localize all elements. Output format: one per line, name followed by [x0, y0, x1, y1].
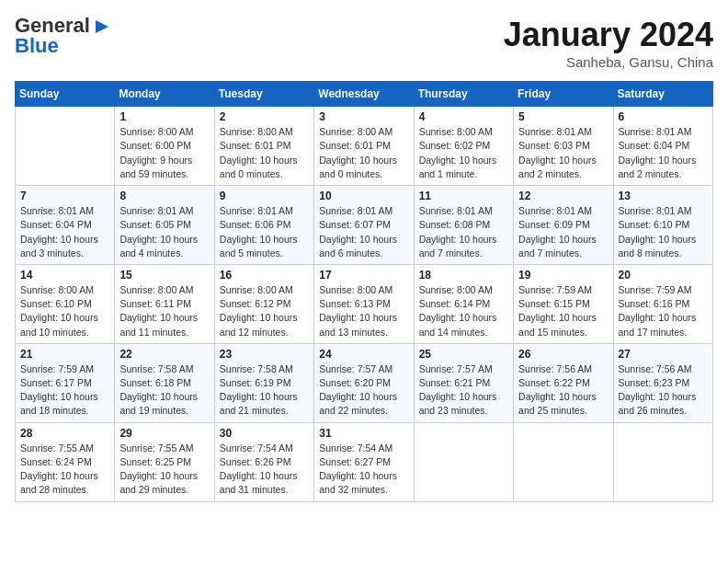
day-info: Sunrise: 8:00 AM Sunset: 6:10 PM Dayligh… — [20, 283, 109, 339]
page-header: General Blue January 2024 Sanheba, Gansu… — [15, 15, 713, 70]
day-info: Sunrise: 8:01 AM Sunset: 6:10 PM Dayligh… — [619, 204, 708, 260]
day-cell: 13Sunrise: 8:01 AM Sunset: 6:10 PM Dayli… — [613, 186, 712, 265]
day-cell: 22Sunrise: 7:58 AM Sunset: 6:18 PM Dayli… — [115, 343, 214, 422]
svg-marker-0 — [96, 20, 108, 33]
day-cell: 5Sunrise: 8:01 AM Sunset: 6:03 PM Daylig… — [514, 107, 613, 186]
day-cell: 25Sunrise: 7:57 AM Sunset: 6:21 PM Dayli… — [414, 343, 513, 422]
day-cell — [16, 107, 115, 186]
day-cell: 2Sunrise: 8:00 AM Sunset: 6:01 PM Daylig… — [214, 107, 313, 186]
day-number: 14 — [20, 269, 109, 282]
week-row-3: 14Sunrise: 8:00 AM Sunset: 6:10 PM Dayli… — [16, 264, 713, 343]
day-cell: 1Sunrise: 8:00 AM Sunset: 6:00 PM Daylig… — [115, 107, 214, 186]
day-info: Sunrise: 7:57 AM Sunset: 6:20 PM Dayligh… — [319, 362, 408, 419]
day-info: Sunrise: 7:55 AM Sunset: 6:25 PM Dayligh… — [119, 442, 209, 498]
week-row-2: 7Sunrise: 8:01 AM Sunset: 6:04 PM Daylig… — [16, 186, 713, 265]
day-info: Sunrise: 7:59 AM Sunset: 6:16 PM Dayligh… — [619, 283, 708, 339]
day-number: 6 — [619, 110, 708, 123]
day-cell — [414, 422, 513, 501]
day-info: Sunrise: 7:55 AM Sunset: 6:24 PM Dayligh… — [20, 442, 109, 498]
day-cell: 24Sunrise: 7:57 AM Sunset: 6:20 PM Dayli… — [314, 343, 414, 422]
day-cell: 18Sunrise: 8:00 AM Sunset: 6:14 PM Dayli… — [414, 264, 513, 343]
day-number: 15 — [119, 269, 209, 282]
day-info: Sunrise: 8:00 AM Sunset: 6:14 PM Dayligh… — [419, 283, 508, 339]
day-number: 1 — [119, 110, 209, 123]
day-number: 19 — [518, 269, 608, 282]
day-cell: 7Sunrise: 8:01 AM Sunset: 6:04 PM Daylig… — [16, 186, 115, 265]
day-info: Sunrise: 7:59 AM Sunset: 6:17 PM Dayligh… — [20, 362, 109, 419]
day-number: 2 — [220, 110, 309, 123]
day-info: Sunrise: 8:00 AM Sunset: 6:02 PM Dayligh… — [419, 125, 508, 181]
header-row: SundayMondayTuesdayWednesdayThursdayFrid… — [16, 82, 713, 107]
calendar-table: SundayMondayTuesdayWednesdayThursdayFrid… — [15, 81, 713, 501]
day-number: 7 — [20, 190, 109, 202]
day-info: Sunrise: 8:00 AM Sunset: 6:01 PM Dayligh… — [319, 125, 408, 181]
day-number: 5 — [518, 110, 608, 123]
day-cell: 27Sunrise: 7:56 AM Sunset: 6:23 PM Dayli… — [613, 343, 712, 422]
day-info: Sunrise: 8:01 AM Sunset: 6:07 PM Dayligh… — [319, 204, 408, 260]
day-cell: 3Sunrise: 8:00 AM Sunset: 6:01 PM Daylig… — [314, 107, 414, 186]
day-number: 12 — [518, 190, 608, 202]
day-cell: 8Sunrise: 8:01 AM Sunset: 6:05 PM Daylig… — [115, 186, 214, 265]
day-cell: 21Sunrise: 7:59 AM Sunset: 6:17 PM Dayli… — [16, 343, 115, 422]
day-cell: 12Sunrise: 8:01 AM Sunset: 6:09 PM Dayli… — [514, 186, 613, 265]
day-number: 17 — [319, 269, 408, 282]
day-cell — [613, 422, 712, 501]
day-number: 23 — [220, 348, 309, 361]
day-number: 25 — [419, 348, 508, 361]
day-info: Sunrise: 8:01 AM Sunset: 6:09 PM Dayligh… — [518, 204, 608, 260]
day-info: Sunrise: 7:58 AM Sunset: 6:18 PM Dayligh… — [119, 362, 209, 419]
title-area: January 2024 Sanheba, Gansu, China — [504, 15, 713, 70]
day-number: 4 — [419, 110, 508, 123]
day-number: 30 — [220, 427, 309, 440]
header-monday: Monday — [115, 82, 214, 107]
day-info: Sunrise: 8:01 AM Sunset: 6:03 PM Dayligh… — [518, 125, 608, 181]
day-cell — [514, 422, 613, 501]
day-cell: 29Sunrise: 7:55 AM Sunset: 6:25 PM Dayli… — [115, 422, 214, 501]
header-saturday: Saturday — [613, 82, 712, 107]
logo-blue: Blue — [15, 35, 59, 57]
day-cell: 17Sunrise: 8:00 AM Sunset: 6:13 PM Dayli… — [314, 264, 414, 343]
day-info: Sunrise: 8:00 AM Sunset: 6:00 PM Dayligh… — [119, 125, 209, 181]
day-number: 24 — [319, 348, 408, 361]
week-row-4: 21Sunrise: 7:59 AM Sunset: 6:17 PM Dayli… — [16, 343, 713, 422]
day-cell: 11Sunrise: 8:01 AM Sunset: 6:08 PM Dayli… — [414, 186, 513, 265]
day-cell: 6Sunrise: 8:01 AM Sunset: 6:04 PM Daylig… — [613, 107, 712, 186]
day-cell: 4Sunrise: 8:00 AM Sunset: 6:02 PM Daylig… — [414, 107, 513, 186]
day-info: Sunrise: 8:01 AM Sunset: 6:08 PM Dayligh… — [419, 204, 508, 260]
day-number: 21 — [20, 348, 109, 361]
day-info: Sunrise: 7:58 AM Sunset: 6:19 PM Dayligh… — [220, 362, 309, 419]
header-thursday: Thursday — [414, 82, 513, 107]
week-row-1: 1Sunrise: 8:00 AM Sunset: 6:00 PM Daylig… — [16, 107, 713, 186]
day-info: Sunrise: 8:00 AM Sunset: 6:12 PM Dayligh… — [220, 283, 309, 339]
logo-icon — [92, 17, 112, 37]
day-info: Sunrise: 7:56 AM Sunset: 6:22 PM Dayligh… — [518, 362, 608, 419]
day-info: Sunrise: 8:00 AM Sunset: 6:13 PM Dayligh… — [319, 283, 408, 339]
day-number: 13 — [619, 190, 708, 202]
header-sunday: Sunday — [16, 82, 115, 107]
day-number: 3 — [319, 110, 408, 123]
month-title: January 2024 — [504, 15, 713, 54]
day-cell: 26Sunrise: 7:56 AM Sunset: 6:22 PM Dayli… — [514, 343, 613, 422]
day-number: 8 — [119, 190, 209, 202]
day-info: Sunrise: 8:00 AM Sunset: 6:11 PM Dayligh… — [119, 283, 209, 339]
day-cell: 15Sunrise: 8:00 AM Sunset: 6:11 PM Dayli… — [115, 264, 214, 343]
day-number: 11 — [419, 190, 508, 202]
logo: General Blue — [15, 15, 112, 57]
day-cell: 14Sunrise: 8:00 AM Sunset: 6:10 PM Dayli… — [16, 264, 115, 343]
day-info: Sunrise: 8:00 AM Sunset: 6:01 PM Dayligh… — [220, 125, 309, 181]
day-number: 18 — [419, 269, 508, 282]
day-cell: 9Sunrise: 8:01 AM Sunset: 6:06 PM Daylig… — [214, 186, 313, 265]
day-info: Sunrise: 7:57 AM Sunset: 6:21 PM Dayligh… — [419, 362, 508, 419]
week-row-5: 28Sunrise: 7:55 AM Sunset: 6:24 PM Dayli… — [16, 422, 713, 501]
day-number: 16 — [220, 269, 309, 282]
day-number: 27 — [619, 348, 708, 361]
day-number: 20 — [619, 269, 708, 282]
day-info: Sunrise: 8:01 AM Sunset: 6:05 PM Dayligh… — [119, 204, 209, 260]
header-wednesday: Wednesday — [314, 82, 414, 107]
day-cell: 30Sunrise: 7:54 AM Sunset: 6:26 PM Dayli… — [214, 422, 313, 501]
location-subtitle: Sanheba, Gansu, China — [504, 54, 713, 70]
day-cell: 28Sunrise: 7:55 AM Sunset: 6:24 PM Dayli… — [16, 422, 115, 501]
day-info: Sunrise: 7:56 AM Sunset: 6:23 PM Dayligh… — [619, 362, 708, 419]
day-number: 26 — [518, 348, 608, 361]
day-info: Sunrise: 7:54 AM Sunset: 6:27 PM Dayligh… — [319, 442, 408, 498]
